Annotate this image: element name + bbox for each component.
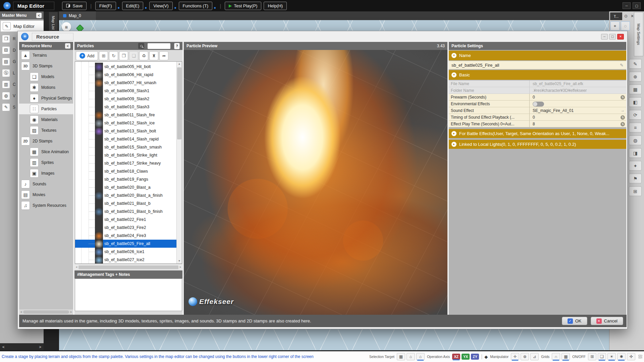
map-tool-button-5[interactable]: ⟳ (629, 110, 642, 120)
scrollbar-thumb[interactable] (23, 310, 69, 314)
help-menu-button[interactable]: Help(H) (264, 2, 287, 10)
search-input[interactable] (148, 43, 170, 49)
export-button[interactable]: ➦ (159, 51, 168, 60)
grid-show-button[interactable]: ▦ (561, 353, 570, 360)
master-menu-scrollbar[interactable]: < > (0, 343, 44, 350)
particle-list-item[interactable]: sb_ef_battle018_Claws (75, 167, 177, 175)
section-header-basic[interactable]: ▾ Basic (449, 70, 626, 80)
manipulator-scale-button[interactable]: ⊿ (530, 353, 539, 360)
particle-list-item[interactable]: sb_ef_battle024_Fire3 (75, 232, 177, 240)
particle-list-item[interactable]: sb_ef_battle017_Strike_heavy (75, 159, 177, 167)
copy-button[interactable]: ❐ (119, 51, 128, 60)
scroll-up-icon[interactable]: ▲ (177, 62, 182, 66)
cursor-select-icon[interactable]: ⌖ (610, 21, 620, 31)
test-play-button[interactable]: ▶ Test Play(P) (225, 2, 261, 10)
manipulator-rotate-button[interactable]: ⊕ (521, 353, 529, 360)
cursor-area-icon[interactable]: ◌ (621, 21, 630, 31)
map-tool-button-6[interactable]: ≡ (629, 123, 642, 132)
map-tool-button-11[interactable]: ⊞ (629, 186, 642, 196)
stamp-button[interactable]: ♜ (149, 51, 158, 60)
add-button[interactable]: + Add (76, 51, 98, 60)
ok-button[interactable]: ✓ OK (562, 317, 587, 325)
particle-list-item[interactable]: sb_ef_battle027_Ice2 (75, 256, 177, 264)
map-tool-button-7[interactable]: ◍ (629, 135, 642, 145)
resource-menu-item-slice-animation[interactable]: ▦Slice Animation (19, 146, 73, 157)
particle-list-item[interactable]: sb_ef_battle012_Slash_ice (75, 119, 177, 127)
minimize-icon[interactable]: ─ (623, 2, 631, 9)
spinner-icon[interactable]: ⇅ (621, 122, 625, 126)
menu-item-view[interactable]: View(V) (149, 2, 172, 10)
map-tool-button-4[interactable]: ◧ (629, 97, 642, 107)
dialog-close-icon[interactable]: ✕ (617, 34, 624, 40)
spinner-icon[interactable]: ⇅ (621, 95, 625, 100)
setting-value[interactable] (530, 101, 626, 107)
pin-icon[interactable]: ⊙ (624, 14, 628, 18)
particle-list-item[interactable]: sb_ef_battle009_Slash2 (75, 95, 177, 103)
section-header-name[interactable]: ▾ Name (449, 51, 626, 60)
menu-item-file[interactable]: File(F) (95, 2, 116, 10)
axis-xz-button[interactable]: XZ (452, 354, 460, 360)
particle-list-item[interactable]: sb_ef_battle014_Slash_rapid (75, 135, 177, 143)
add-folder-button[interactable]: ⊞ (99, 51, 108, 60)
maximize-icon[interactable]: ▢ (633, 2, 641, 9)
collapse-panel-icon[interactable]: < (36, 13, 42, 18)
resource-menu-item-materials[interactable]: ◉Materials (19, 114, 73, 125)
particle-list-item[interactable]: sb_ef_battle005_Hit_bolt (75, 63, 177, 71)
display-model-button[interactable]: ❏ (598, 353, 606, 360)
particle-list-item[interactable]: sb_ef_battle013_Slash_bolt (75, 127, 177, 135)
resource-menu-hscrollbar[interactable]: < > (19, 309, 73, 315)
map-tool-button-2[interactable]: ⊕ (629, 72, 642, 81)
particle-list-item[interactable]: sb_ef_battle022_Fire1 (75, 216, 177, 224)
selection-target-object-button[interactable]: ⌂ (407, 353, 415, 360)
scroll-left-icon[interactable]: < (20, 310, 22, 314)
resource-menu-item-particles[interactable]: ∷Particles (19, 104, 73, 114)
display-bone-button[interactable]: ✣ (627, 353, 635, 360)
dialog-title-bar[interactable]: ✳ Resource ─ ▢ ✕ (18, 31, 627, 42)
spinner-icon[interactable]: ⇅ (621, 115, 625, 120)
collapse-resource-menu-icon[interactable]: < (65, 43, 70, 49)
particle-list-item[interactable]: sb_ef_battle007_Hit_smash (75, 79, 177, 87)
axis-yx-button[interactable]: YX (462, 354, 470, 360)
particles-vscrollbar[interactable]: ▲ ▼ (176, 62, 182, 263)
help-button[interactable]: ? (174, 43, 180, 49)
setting-value[interactable]: 0⇅ (530, 114, 626, 120)
particle-list-item[interactable]: sb_ef_battle020_Blast_a (75, 183, 177, 191)
name-value-row[interactable]: sb_ef_battle025_Fire_all ✎ (449, 61, 626, 69)
dialog-maximize-icon[interactable]: ▢ (609, 34, 616, 40)
scrollbar-thumb[interactable] (78, 265, 178, 269)
map-tool-button-9[interactable]: ✦ (629, 161, 642, 171)
resource-menu-item-motions[interactable]: ✱Motions (19, 82, 73, 93)
setting-value[interactable]: SE_magic_Fire_All_01→ (530, 107, 626, 114)
map-tool-button-3[interactable]: ▦ (629, 84, 642, 94)
resource-menu-item-terrains[interactable]: ▲Terrains (19, 50, 73, 61)
particle-list-item[interactable]: sb_ef_battle023_Fire2 (75, 224, 177, 232)
grid-snap-button[interactable]: ∩ (552, 353, 560, 360)
scroll-right-icon[interactable]: > (39, 345, 41, 349)
map-tab[interactable]: Map_0 (59, 11, 96, 20)
particle-list-item[interactable]: sb_ef_battle021_Blast_b_finish (75, 207, 177, 216)
particle-list-item[interactable]: sb_ef_battle015_Slash_smash (75, 143, 177, 151)
save-button[interactable]: Save (62, 2, 87, 10)
section-header-for-battle-effects[interactable]: ▸For Battle Effects(User, Target, Same O… (449, 129, 626, 138)
resource-menu-item-physical-settings[interactable]: ●Physical Settings (19, 93, 73, 104)
detail-arrow-icon[interactable]: → (621, 108, 625, 113)
menu-item-functions[interactable]: Functions (T) (179, 2, 213, 10)
particle-list-item[interactable]: sb_ef_battle019_Fangs (75, 175, 177, 183)
management-notes-area[interactable] (75, 279, 182, 311)
display-effect-button[interactable]: ✺ (617, 353, 626, 360)
scroll-left-icon[interactable]: < (76, 265, 77, 269)
resource-menu-item-movies[interactable]: ▤Movies (19, 189, 73, 200)
resource-menu-item-images[interactable]: ▣Images (19, 168, 73, 179)
resource-menu-item-models[interactable]: ❑Models (19, 71, 73, 82)
map-tool-button-10[interactable]: ⚑ (629, 174, 642, 183)
particle-list-item[interactable]: sb_ef_battle016_Strike_light (75, 151, 177, 159)
particle-list-item[interactable]: sb_ef_battle008_Slash1 (75, 87, 177, 95)
selection-target-all-button[interactable]: ⌂ (416, 353, 425, 360)
tool-tab[interactable]: T... (610, 12, 622, 20)
particle-list-item[interactable]: sb_ef_battle021_Blast_b (75, 199, 177, 207)
scroll-down-icon[interactable]: ▼ (177, 259, 182, 263)
master-menu-item-map-editor[interactable]: ✎ Map Editor (1, 21, 44, 32)
menu-item-edit[interactable]: Edit(E) (122, 2, 144, 10)
edit-pencil-icon[interactable]: ✎ (620, 63, 624, 68)
cancel-button[interactable]: ✕ Cancel (591, 317, 623, 325)
